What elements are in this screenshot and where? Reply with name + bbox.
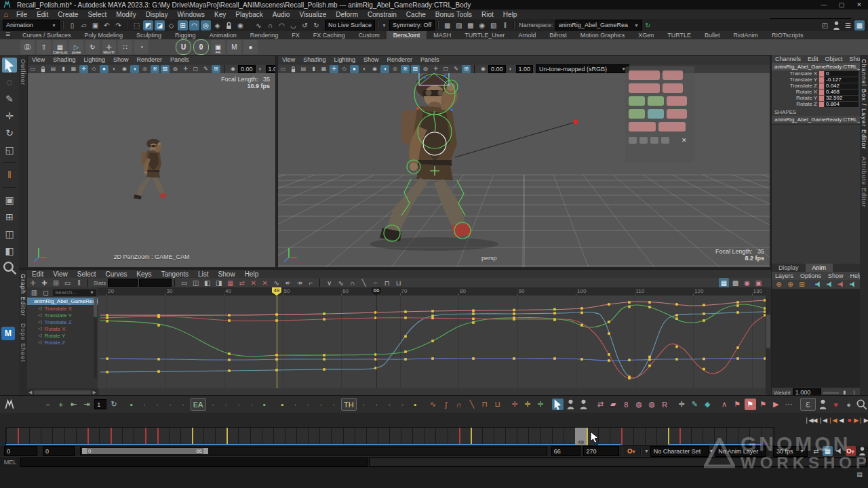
vpr-menu-panels[interactable]: Panels (416, 56, 443, 63)
keyframe[interactable] (404, 336, 407, 338)
keyframe[interactable] (648, 301, 651, 304)
range-plus-icon[interactable]: + (55, 399, 66, 410)
grease-pencil-icon[interactable]: ✎ (201, 65, 210, 73)
shelf-tab-bullet[interactable]: Bullet (698, 31, 727, 39)
make-live-icon[interactable] (224, 20, 234, 30)
create-layer-selected-icon[interactable]: ⊕ (785, 279, 795, 289)
retime-keys-icon[interactable]: ‖ (74, 278, 84, 288)
shaded-mode-icon[interactable]: ● (350, 65, 359, 73)
history-4-icon[interactable]: ◡ (288, 20, 298, 30)
keyframe[interactable] (703, 304, 705, 306)
anim-end-field[interactable]: 270 (583, 446, 618, 456)
picker-button-r2-2[interactable] (663, 83, 683, 93)
anim-start-field[interactable]: 0 (4, 446, 37, 456)
playback-end-field[interactable]: 66 (551, 446, 581, 456)
layers-menu-layers[interactable]: Layers (772, 272, 797, 279)
shelf-tab-fx-caching[interactable]: FX Caching (307, 31, 352, 39)
set-range-key-icon[interactable] (627, 446, 637, 456)
graph-tree-root[interactable]: animRig_Abel_GameReady (27, 298, 98, 305)
keyframe[interactable] (431, 314, 434, 317)
close-button[interactable]: ✕ (850, 0, 868, 9)
shelf-tab-custom[interactable]: Custom (352, 31, 387, 39)
sphere-tool-icon[interactable]: ● (843, 399, 854, 410)
menu-playback[interactable]: Playback (231, 11, 268, 18)
use-lights-icon[interactable]: ◉ (120, 65, 129, 73)
channel-mute-icon[interactable]: ◁ (38, 333, 41, 338)
two-d-pan-zoom-icon[interactable]: ✛ (79, 65, 88, 73)
shelf-movtl-button[interactable]: ✛MovTl (102, 40, 116, 54)
shelf-fa-button[interactable]: ▣FA (211, 40, 225, 54)
graph-menu-help[interactable]: Help (240, 270, 264, 278)
vpl-menu-view[interactable]: View (28, 56, 49, 63)
xray-icon[interactable]: ◍ (171, 65, 180, 73)
keyframe-tick[interactable] (459, 428, 460, 445)
center-current-time-icon[interactable]: ◧ (202, 278, 212, 288)
shelf-tab-animation[interactable]: Animation (203, 31, 243, 39)
bookmark-play-icon[interactable]: ▶ (770, 399, 782, 410)
bookmark-tick[interactable] (587, 428, 588, 445)
graph-menu-view[interactable]: View (48, 270, 73, 278)
rotate-tool-icon[interactable]: ↻ (2, 125, 17, 140)
buffer-snapshot-icon[interactable]: ▦ (225, 278, 235, 288)
charset-caret[interactable]: ▼ (644, 449, 649, 453)
stats-frame-field[interactable] (108, 279, 138, 287)
keyframe[interactable] (157, 314, 160, 317)
select-tool-icon[interactable] (2, 58, 17, 73)
xray-joints-icon[interactable]: ✛ (431, 65, 440, 73)
th-button-icon[interactable]: TH (341, 398, 357, 411)
play-backwards-icon[interactable]: ◀ (837, 415, 844, 426)
keyframe[interactable] (228, 359, 231, 361)
range-handle-start[interactable] (82, 448, 87, 454)
range-slider-track[interactable]: 0 66 (80, 447, 547, 455)
pane-splitter-icon[interactable]: ‖ (2, 167, 17, 182)
dot-g4-icon[interactable]: · (178, 399, 189, 410)
exposure-field[interactable]: 0.00 (238, 65, 256, 73)
keyframe[interactable] (648, 365, 651, 367)
vpl-menu-shading[interactable]: Shading (49, 56, 79, 63)
step-back-frame-icon[interactable]: ❘◀ (828, 415, 836, 426)
lock-camera-icon[interactable] (39, 65, 47, 73)
select-marquee-icon[interactable] (552, 399, 564, 410)
outliner-tab[interactable]: Outliner (20, 59, 26, 86)
bookmark-tick[interactable] (192, 428, 193, 445)
dot-g7-icon[interactable]: · (233, 399, 245, 410)
pencil-curve-icon[interactable]: ✎ (689, 399, 701, 410)
layout-four-icon[interactable]: ⊞ (2, 209, 17, 224)
keyframe[interactable] (553, 308, 556, 311)
keyframe[interactable] (703, 319, 705, 322)
keyframe[interactable] (703, 312, 705, 315)
move-tool-icon[interactable]: ✛ (2, 108, 17, 123)
keyframe[interactable] (553, 357, 556, 360)
spline-tangent-icon[interactable]: ∿ (336, 278, 346, 288)
vpl-menu-panels[interactable]: Panels (166, 56, 193, 63)
channel-row[interactable]: Translate X0 (772, 70, 860, 77)
step-forward-key-icon[interactable]: ▶❘ (864, 415, 868, 426)
graph-search-input[interactable]: Search...▼ (53, 289, 96, 296)
display-normalized-icon[interactable]: ◻ (41, 287, 51, 298)
clamped-tangent-icon[interactable]: ∩ (347, 278, 357, 288)
vpl-menu-show[interactable]: Show (109, 56, 133, 63)
channel-mute-icon[interactable]: ◁ (38, 306, 41, 311)
pink-curves-icon[interactable]: ∧ (719, 399, 730, 410)
dot-y7-icon[interactable]: · (384, 399, 395, 410)
menu-audio[interactable]: Audio (268, 11, 295, 18)
exposure-icon[interactable]: ◉ (479, 65, 488, 73)
command-input[interactable] (20, 458, 368, 467)
shelf-menu-icon[interactable]: ☰ (3, 29, 13, 39)
shelf-camloc-button[interactable]: ▦CamLoc (53, 40, 67, 54)
keyframe[interactable] (675, 346, 678, 348)
curve-smoothness-icon[interactable]: ∿ (271, 278, 281, 288)
channel-value-field[interactable]: 0.804 (825, 102, 859, 107)
keyframe[interactable] (648, 306, 651, 308)
step-tangent-icon[interactable]: ⊓ (382, 278, 392, 288)
anim-curve-rotateY-cache[interactable] (100, 312, 765, 378)
graph-channel-rotate-y[interactable]: ◁Rotate Y (27, 332, 98, 339)
tangent-linear-icon[interactable]: ╲ (466, 399, 477, 410)
textured-mode-icon[interactable]: ◐ (110, 65, 119, 73)
plateau-tangent-icon[interactable]: ⊔ (393, 278, 403, 288)
textured-mode-icon[interactable]: ◐ (360, 65, 369, 73)
move-layer-down-icon[interactable] (825, 279, 835, 289)
keyframe[interactable] (628, 301, 631, 304)
image-plane-icon[interactable]: ▦ (319, 65, 328, 73)
redo-icon[interactable]: ↷ (113, 20, 123, 30)
